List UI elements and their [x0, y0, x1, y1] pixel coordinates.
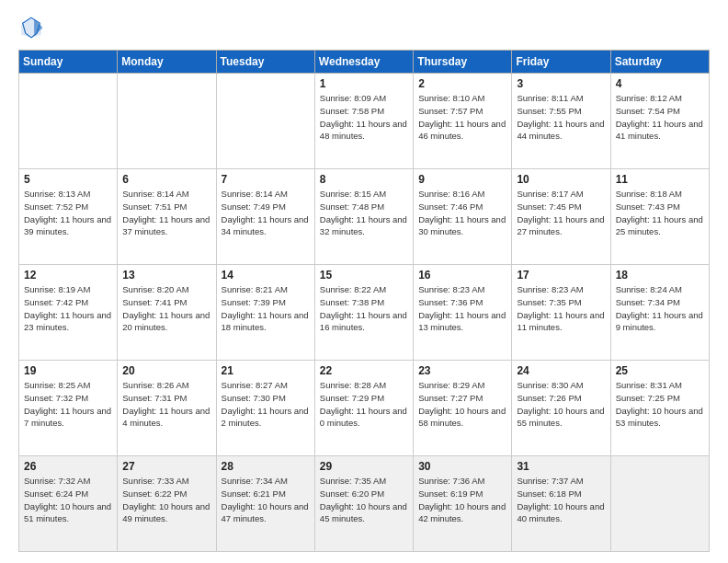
day-info: Sunrise: 8:27 AM Sunset: 7:30 PM Dayligh…	[222, 379, 310, 430]
calendar-cell: 16Sunrise: 8:23 AM Sunset: 7:36 PM Dayli…	[414, 265, 512, 361]
calendar-cell: 7Sunrise: 8:14 AM Sunset: 7:49 PM Daylig…	[216, 169, 314, 265]
day-number: 24	[517, 364, 605, 377]
calendar-cell: 8Sunrise: 8:15 AM Sunset: 7:48 PM Daylig…	[314, 169, 413, 265]
calendar-cell: 15Sunrise: 8:22 AM Sunset: 7:38 PM Dayli…	[314, 265, 413, 361]
day-number: 19	[24, 364, 112, 377]
calendar-cell: 20Sunrise: 8:26 AM Sunset: 7:31 PM Dayli…	[118, 361, 216, 456]
day-info: Sunrise: 8:24 AM Sunset: 7:34 PM Dayligh…	[616, 283, 704, 334]
day-number: 30	[418, 460, 506, 473]
day-number: 23	[418, 364, 506, 377]
calendar-cell: 4Sunrise: 8:12 AM Sunset: 7:54 PM Daylig…	[610, 74, 709, 169]
calendar-cell: 22Sunrise: 8:28 AM Sunset: 7:29 PM Dayli…	[314, 361, 413, 456]
day-info: Sunrise: 8:15 AM Sunset: 7:48 PM Dayligh…	[320, 188, 408, 238]
day-info: Sunrise: 7:35 AM Sunset: 6:20 PM Dayligh…	[320, 475, 408, 525]
day-number: 2	[418, 77, 506, 90]
day-number: 11	[616, 173, 704, 186]
calendar-cell: 6Sunrise: 8:14 AM Sunset: 7:51 PM Daylig…	[118, 169, 216, 265]
weekday-header-wednesday: Wednesday	[314, 51, 413, 74]
day-info: Sunrise: 8:10 AM Sunset: 7:57 PM Dayligh…	[418, 92, 506, 143]
day-info: Sunrise: 8:14 AM Sunset: 7:51 PM Dayligh…	[122, 188, 210, 238]
calendar-cell: 2Sunrise: 8:10 AM Sunset: 7:57 PM Daylig…	[414, 74, 512, 169]
weekday-header-row: SundayMondayTuesdayWednesdayThursdayFrid…	[19, 51, 710, 74]
calendar-cell: 28Sunrise: 7:34 AM Sunset: 6:21 PM Dayli…	[216, 456, 314, 552]
calendar-cell: 5Sunrise: 8:13 AM Sunset: 7:52 PM Daylig…	[19, 169, 118, 265]
calendar-cell: 18Sunrise: 8:24 AM Sunset: 7:34 PM Dayli…	[610, 265, 709, 361]
calendar-cell: 3Sunrise: 8:11 AM Sunset: 7:55 PM Daylig…	[512, 74, 610, 169]
day-number: 12	[24, 269, 112, 282]
day-number: 14	[222, 269, 310, 282]
calendar-cell: 26Sunrise: 7:32 AM Sunset: 6:24 PM Dayli…	[19, 456, 118, 552]
day-number: 3	[517, 77, 605, 90]
week-row-2: 5Sunrise: 8:13 AM Sunset: 7:52 PM Daylig…	[19, 169, 710, 265]
day-info: Sunrise: 7:34 AM Sunset: 6:21 PM Dayligh…	[222, 475, 310, 525]
day-info: Sunrise: 8:26 AM Sunset: 7:31 PM Dayligh…	[122, 379, 210, 430]
day-info: Sunrise: 8:12 AM Sunset: 7:54 PM Dayligh…	[616, 92, 704, 143]
day-info: Sunrise: 8:19 AM Sunset: 7:42 PM Dayligh…	[24, 283, 112, 334]
day-number: 21	[222, 364, 310, 377]
day-number: 25	[616, 364, 704, 377]
day-info: Sunrise: 8:11 AM Sunset: 7:55 PM Dayligh…	[517, 92, 605, 143]
calendar-cell	[610, 456, 709, 552]
day-info: Sunrise: 7:33 AM Sunset: 6:22 PM Dayligh…	[122, 475, 210, 525]
calendar-cell: 13Sunrise: 8:20 AM Sunset: 7:41 PM Dayli…	[118, 265, 216, 361]
calendar-cell: 27Sunrise: 7:33 AM Sunset: 6:22 PM Dayli…	[118, 456, 216, 552]
week-row-1: 1Sunrise: 8:09 AM Sunset: 7:58 PM Daylig…	[19, 74, 710, 169]
day-number: 6	[122, 173, 210, 186]
day-info: Sunrise: 8:18 AM Sunset: 7:43 PM Dayligh…	[616, 188, 704, 238]
day-info: Sunrise: 7:37 AM Sunset: 6:18 PM Dayligh…	[517, 475, 605, 525]
day-number: 5	[24, 173, 112, 186]
calendar: SundayMondayTuesdayWednesdayThursdayFrid…	[18, 50, 710, 552]
day-number: 13	[122, 269, 210, 282]
day-number: 22	[320, 364, 408, 377]
calendar-cell: 24Sunrise: 8:30 AM Sunset: 7:26 PM Dayli…	[512, 361, 610, 456]
week-row-4: 19Sunrise: 8:25 AM Sunset: 7:32 PM Dayli…	[19, 361, 710, 456]
calendar-cell: 1Sunrise: 8:09 AM Sunset: 7:58 PM Daylig…	[314, 74, 413, 169]
calendar-cell	[19, 74, 118, 169]
day-info: Sunrise: 8:23 AM Sunset: 7:35 PM Dayligh…	[517, 283, 605, 334]
calendar-cell: 12Sunrise: 8:19 AM Sunset: 7:42 PM Dayli…	[19, 265, 118, 361]
weekday-header-monday: Monday	[118, 51, 216, 74]
day-number: 4	[616, 77, 704, 90]
day-number: 9	[418, 173, 506, 186]
day-info: Sunrise: 7:32 AM Sunset: 6:24 PM Dayligh…	[24, 475, 112, 525]
calendar-cell: 17Sunrise: 8:23 AM Sunset: 7:35 PM Dayli…	[512, 265, 610, 361]
day-info: Sunrise: 8:16 AM Sunset: 7:46 PM Dayligh…	[418, 188, 506, 238]
day-info: Sunrise: 8:25 AM Sunset: 7:32 PM Dayligh…	[24, 379, 112, 430]
day-info: Sunrise: 8:23 AM Sunset: 7:36 PM Dayligh…	[418, 283, 506, 334]
logo	[18, 15, 48, 40]
day-info: Sunrise: 8:21 AM Sunset: 7:39 PM Dayligh…	[222, 283, 310, 334]
day-number: 16	[418, 269, 506, 282]
day-info: Sunrise: 8:22 AM Sunset: 7:38 PM Dayligh…	[320, 283, 408, 334]
calendar-cell	[216, 74, 314, 169]
weekday-header-tuesday: Tuesday	[216, 51, 314, 74]
day-info: Sunrise: 8:28 AM Sunset: 7:29 PM Dayligh…	[320, 379, 408, 430]
day-info: Sunrise: 8:31 AM Sunset: 7:25 PM Dayligh…	[616, 379, 704, 430]
day-number: 10	[517, 173, 605, 186]
weekday-header-thursday: Thursday	[414, 51, 512, 74]
calendar-cell: 19Sunrise: 8:25 AM Sunset: 7:32 PM Dayli…	[19, 361, 118, 456]
weekday-header-sunday: Sunday	[19, 51, 118, 74]
calendar-cell: 30Sunrise: 7:36 AM Sunset: 6:19 PM Dayli…	[414, 456, 512, 552]
day-number: 29	[320, 460, 408, 473]
calendar-cell: 10Sunrise: 8:17 AM Sunset: 7:45 PM Dayli…	[512, 169, 610, 265]
calendar-cell: 14Sunrise: 8:21 AM Sunset: 7:39 PM Dayli…	[216, 265, 314, 361]
day-info: Sunrise: 8:30 AM Sunset: 7:26 PM Dayligh…	[517, 379, 605, 430]
day-number: 7	[222, 173, 310, 186]
day-info: Sunrise: 8:09 AM Sunset: 7:58 PM Dayligh…	[320, 92, 408, 143]
day-number: 27	[122, 460, 210, 473]
day-info: Sunrise: 8:14 AM Sunset: 7:49 PM Dayligh…	[222, 188, 310, 238]
calendar-cell: 31Sunrise: 7:37 AM Sunset: 6:18 PM Dayli…	[512, 456, 610, 552]
weekday-header-friday: Friday	[512, 51, 610, 74]
calendar-cell: 23Sunrise: 8:29 AM Sunset: 7:27 PM Dayli…	[414, 361, 512, 456]
day-number: 26	[24, 460, 112, 473]
calendar-cell: 25Sunrise: 8:31 AM Sunset: 7:25 PM Dayli…	[610, 361, 709, 456]
calendar-cell: 11Sunrise: 8:18 AM Sunset: 7:43 PM Dayli…	[610, 169, 709, 265]
calendar-cell: 21Sunrise: 8:27 AM Sunset: 7:30 PM Dayli…	[216, 361, 314, 456]
day-number: 31	[517, 460, 605, 473]
day-number: 1	[320, 77, 408, 90]
day-number: 18	[616, 269, 704, 282]
logo-icon	[18, 15, 44, 40]
day-info: Sunrise: 8:29 AM Sunset: 7:27 PM Dayligh…	[418, 379, 506, 430]
day-number: 17	[517, 269, 605, 282]
calendar-cell: 9Sunrise: 8:16 AM Sunset: 7:46 PM Daylig…	[414, 169, 512, 265]
